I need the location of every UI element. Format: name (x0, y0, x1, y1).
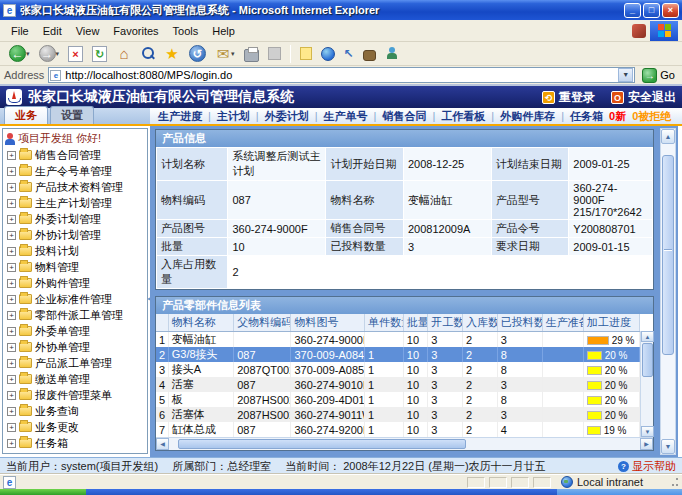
menu-item-tools[interactable]: Tools (166, 23, 206, 39)
nav-item-0[interactable]: 生产进度 (158, 109, 202, 124)
column-header[interactable]: 物料图号 (291, 314, 365, 332)
plugin-messenger-button[interactable] (382, 45, 401, 62)
dropdown-arrow-icon[interactable]: ▾ (231, 50, 235, 58)
table-row[interactable]: 1变幅油缸360-274-9000F1032329 % (156, 332, 640, 348)
expand-icon[interactable]: + (7, 311, 16, 320)
history-button[interactable]: ↺ (186, 43, 209, 64)
edit-button[interactable] (265, 45, 284, 62)
table-row[interactable]: 4活塞087360-274-9010F11032320 % (156, 377, 640, 392)
sidebar-item-6[interactable]: +投料计划 (3, 243, 147, 259)
table-row[interactable]: 2G3/8接头087370-009-A084011032820 % (156, 347, 640, 362)
nav-item-7[interactable]: 任务箱 (570, 109, 603, 124)
column-header[interactable]: 单件数量 (365, 314, 404, 332)
sidebar-item-0[interactable]: +销售合同管理 (3, 147, 147, 163)
address-input[interactable] (65, 69, 618, 82)
sidebar-item-16[interactable]: +业务查询 (3, 403, 147, 419)
search-button[interactable] (138, 44, 158, 63)
show-help-link[interactable]: ? 显示帮助 (618, 459, 676, 474)
sidebar-item-10[interactable]: +零部件派工单管理 (3, 307, 147, 323)
parts-horizontal-scrollbar[interactable]: ◀ ▶ (156, 437, 653, 450)
sidebar-item-14[interactable]: +缴送单管理 (3, 371, 147, 387)
expand-icon[interactable]: + (7, 327, 16, 336)
sidebar-tab-1[interactable]: 设置 (50, 106, 94, 124)
column-header[interactable]: 父物料编码 (234, 314, 291, 332)
sidebar-item-4[interactable]: +外委计划管理 (3, 211, 147, 227)
maximize-button[interactable]: □ (643, 3, 660, 18)
relogin-button[interactable]: ⟲ 重登录 (542, 89, 595, 106)
plugin-binoculars-button[interactable] (360, 45, 379, 63)
scrollbar-thumb[interactable] (642, 343, 653, 377)
column-header[interactable] (156, 314, 168, 332)
expand-icon[interactable]: + (7, 391, 16, 400)
nav-item-6[interactable]: 外购件库存 (500, 109, 555, 124)
table-row[interactable]: 5板2087HS002360-209-4D01011032820 % (156, 392, 640, 407)
sidebar-item-1[interactable]: +生产令号单管理 (3, 163, 147, 179)
expand-icon[interactable]: + (7, 247, 16, 256)
plugin-globe-button[interactable] (318, 45, 338, 63)
forward-button[interactable]: →▾ (36, 43, 63, 64)
sidebar-item-7[interactable]: +物料管理 (3, 259, 147, 275)
sidebar-item-9[interactable]: +企业标准件管理 (3, 291, 147, 307)
expand-icon[interactable]: + (7, 231, 16, 240)
dropdown-arrow-icon[interactable]: ▾ (56, 50, 60, 58)
start-button[interactable] (0, 489, 86, 495)
scrollbar-thumb[interactable] (178, 439, 466, 449)
scroll-right-icon[interactable]: ▶ (640, 438, 653, 450)
sidebar-item-8[interactable]: +外购件管理 (3, 275, 147, 291)
resize-grip[interactable] (669, 477, 679, 487)
parts-vertical-scrollbar[interactable]: ▲ ▼ (640, 331, 653, 437)
refresh-button[interactable]: ↻ (89, 44, 110, 64)
stop-button[interactable]: × (65, 44, 86, 64)
sidebar-item-18[interactable]: +任务箱 (3, 435, 147, 451)
expand-icon[interactable]: + (7, 215, 16, 224)
column-header[interactable]: 开工数 (428, 314, 463, 332)
nav-item-5[interactable]: 工作看板 (441, 109, 485, 124)
nav-item-2[interactable]: 外委计划 (265, 109, 309, 124)
table-row[interactable]: 3接头A2087QT002370-009-A085011032820 % (156, 362, 640, 377)
sidebar-item-5[interactable]: +外协计划管理 (3, 227, 147, 243)
expand-icon[interactable]: + (7, 199, 16, 208)
expand-icon[interactable]: + (7, 279, 16, 288)
menu-item-favorites[interactable]: Favorites (106, 23, 165, 39)
scrollbar-thumb[interactable] (662, 155, 674, 355)
sidebar-item-2[interactable]: +产品技术资料管理 (3, 179, 147, 195)
nav-item-1[interactable]: 主计划 (217, 109, 250, 124)
print-button[interactable] (241, 44, 262, 64)
scroll-up-icon[interactable]: ▲ (661, 129, 675, 144)
address-dropdown-button[interactable]: ▼ (618, 68, 633, 82)
expand-icon[interactable]: + (7, 343, 16, 352)
nav-item-4[interactable]: 销售合同 (382, 109, 426, 124)
menu-item-file[interactable]: File (4, 23, 36, 39)
go-button[interactable]: → Go (639, 68, 678, 83)
nav-item-3[interactable]: 生产单号 (324, 109, 368, 124)
expand-icon[interactable]: + (7, 295, 16, 304)
expand-icon[interactable]: + (7, 407, 16, 416)
sidebar-item-12[interactable]: +外协单管理 (3, 339, 147, 355)
expand-icon[interactable]: + (7, 375, 16, 384)
table-row[interactable]: 6活塞体2087HS002360-274-9011W11032320 % (156, 407, 640, 422)
scroll-up-icon[interactable]: ▲ (641, 331, 654, 342)
menu-item-view[interactable]: View (69, 23, 107, 39)
back-button[interactable]: ←▾ (6, 43, 33, 64)
expand-icon[interactable]: + (7, 183, 16, 192)
plugin-note-button[interactable] (297, 45, 315, 62)
expand-icon[interactable]: + (7, 167, 16, 176)
logout-button[interactable]: O 安全退出 (611, 89, 676, 106)
expand-icon[interactable]: + (7, 151, 16, 160)
sidebar-item-11[interactable]: +外委单管理 (3, 323, 147, 339)
column-header[interactable]: 物料名称 (168, 314, 233, 332)
scroll-down-icon[interactable]: ▼ (661, 439, 675, 454)
close-button[interactable]: × (662, 3, 679, 18)
home-button[interactable]: ⌂ (113, 44, 135, 64)
favorites-button[interactable]: ★ (161, 44, 183, 64)
sidebar-item-15[interactable]: +报废件管理菜单 (3, 387, 147, 403)
content-vertical-scrollbar[interactable]: ▲ ▼ (660, 128, 676, 455)
scroll-down-icon[interactable]: ▼ (641, 426, 654, 437)
sidebar-item-17[interactable]: +业务更改 (3, 419, 147, 435)
minimize-button[interactable]: _ (624, 3, 641, 18)
dropdown-arrow-icon[interactable]: ▾ (26, 50, 30, 58)
expand-icon[interactable]: + (7, 423, 16, 432)
column-header[interactable]: 批量 (403, 314, 428, 332)
plugin-cursor-button[interactable]: ↖ (341, 45, 357, 63)
menu-item-edit[interactable]: Edit (36, 23, 69, 39)
